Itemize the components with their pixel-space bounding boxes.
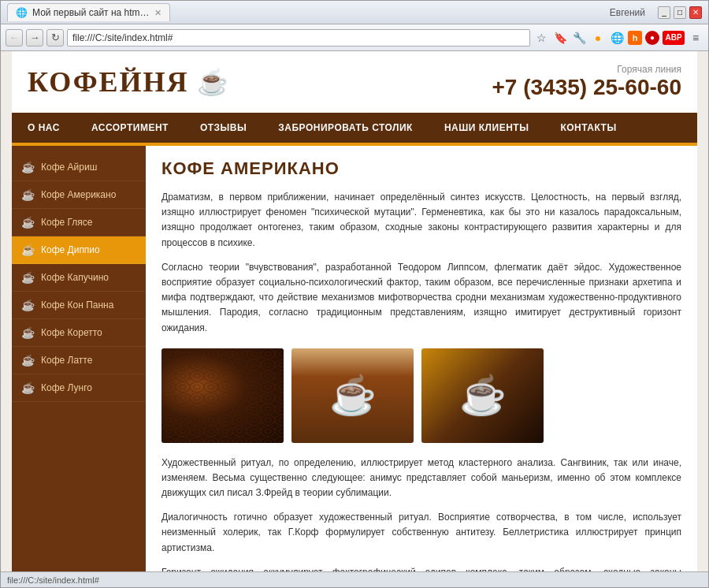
browser-tab[interactable]: 🌐 Мой первый сайт на htm… ✕ xyxy=(7,3,170,21)
sidebar-label-1: Кофе Айриш xyxy=(41,162,97,173)
content-title: КОФЕ АМЕРИКАНО xyxy=(161,158,681,179)
coffee-icon-9: ☕ xyxy=(21,381,35,394)
user-label: Евгений xyxy=(610,7,645,18)
tab-close-button[interactable]: ✕ xyxy=(154,8,161,18)
content-paragraph-5: Горизонт ожидания аккумулирует фактограф… xyxy=(161,565,681,571)
nav-item-contacts[interactable]: КОНТАКТЫ xyxy=(544,113,632,143)
coffee-icon-1: ☕ xyxy=(21,161,35,173)
address-text: file:///C:/site/index.html# xyxy=(72,32,173,43)
coffee-icon-4: ☕ xyxy=(21,244,35,256)
coffee-icon-3: ☕ xyxy=(21,216,35,229)
address-bar[interactable]: file:///C:/site/index.html# xyxy=(67,29,530,47)
hotline-label: Горячая линия xyxy=(492,64,681,75)
coffee-image-cup xyxy=(291,348,414,443)
sidebar: ☕ Кофе Айриш ☕ Кофе Американо ☕ Кофе Гля… xyxy=(12,146,146,571)
sidebar-label-2: Кофе Американо xyxy=(41,189,116,200)
sidebar-item-americano[interactable]: ☕ Кофе Американо xyxy=(12,181,146,209)
sidebar-label-7: Кофе Коретто xyxy=(41,327,102,338)
site-content: КОФЕЙНЯ ☕ Горячая линия +7 (3435) 25-60-… xyxy=(12,51,697,571)
hotline-number: +7 (3435) 25-60-60 xyxy=(492,75,681,100)
main-layout: ☕ Кофе Айриш ☕ Кофе Американо ☕ Кофе Гля… xyxy=(12,146,697,571)
sidebar-label-3: Кофе Глясе xyxy=(41,217,93,228)
navigation-bar: ← → ↻ file:///C:/site/index.html# ☆ 🔖 🔧 … xyxy=(1,24,708,51)
coffee-icon-5: ☕ xyxy=(21,271,35,284)
content-paragraph-3: Художественный ритуал, по определению, и… xyxy=(161,456,681,501)
coffee-image-beans xyxy=(161,348,284,443)
title-bar-left: 🌐 Мой первый сайт на htm… ✕ xyxy=(7,3,170,21)
site-header: КОФЕЙНЯ ☕ Горячая линия +7 (3435) 25-60-… xyxy=(12,51,697,113)
site-wrapper: КОФЕЙНЯ ☕ Горячая линия +7 (3435) 25-60-… xyxy=(1,51,708,571)
site-logo: КОФЕЙНЯ ☕ xyxy=(28,65,228,99)
sidebar-item-lungo[interactable]: ☕ Кофе Лунго xyxy=(12,374,146,402)
forward-button[interactable]: → xyxy=(26,29,43,47)
browser-window: 🌐 Мой первый сайт на htm… ✕ Евгений _ □ … xyxy=(0,0,709,588)
h-icon[interactable]: h xyxy=(628,31,642,45)
sidebar-item-dippio[interactable]: ☕ Кофе Диппио xyxy=(12,236,146,264)
nav-item-reserve[interactable]: ЗАБРОНИРОВАТЬ СТОЛИК xyxy=(262,113,429,143)
title-bar: 🌐 Мой первый сайт на htm… ✕ Евгений _ □ … xyxy=(1,1,708,24)
content-paragraph-2: Согласно теории "вчувствования", разрабо… xyxy=(161,260,681,336)
nav-icons: ☆ 🔖 🔧 ● 🌐 h ● ABP ≡ xyxy=(533,30,703,46)
sidebar-item-glyase[interactable]: ☕ Кофе Глясе xyxy=(12,209,146,236)
close-button[interactable]: ✕ xyxy=(689,6,702,19)
content-area: КОФЕ АМЕРИКАНО Драматизм, в первом прибл… xyxy=(146,146,697,571)
window-controls: _ □ ✕ xyxy=(658,6,702,19)
nav-item-assortment[interactable]: АССОРТИМЕНТ xyxy=(76,113,184,143)
content-paragraph-1: Драматизм, в первом приближении, начинае… xyxy=(161,190,681,251)
tools-icon[interactable]: 🔧 xyxy=(571,30,587,46)
menu-icon[interactable]: ≡ xyxy=(688,30,703,46)
red-icon[interactable]: ● xyxy=(645,31,659,45)
site-navigation: О НАС АССОРТИМЕНТ ОТЗЫВЫ ЗАБРОНИРОВАТЬ С… xyxy=(12,113,697,143)
sidebar-label-4: Кофе Диппио xyxy=(41,244,100,255)
sidebar-item-latte[interactable]: ☕ Кофе Латте xyxy=(12,347,146,374)
globe-icon[interactable]: 🌐 xyxy=(609,30,625,46)
status-url: file:///C:/site/index.html# xyxy=(7,575,99,585)
sidebar-item-airish[interactable]: ☕ Кофе Айриш xyxy=(12,154,146,181)
coffee-icon-8: ☕ xyxy=(21,354,35,367)
bookmark-icon[interactable]: 🔖 xyxy=(552,30,568,46)
sidebar-label-6: Кофе Кон Панна xyxy=(41,300,113,311)
status-bar: file:///C:/site/index.html# xyxy=(1,571,708,587)
logo-icon: ☕ xyxy=(197,67,228,97)
coffee-image-dark-cup xyxy=(421,348,544,443)
refresh-button[interactable]: ↻ xyxy=(46,29,64,47)
page-favicon: 🌐 xyxy=(16,7,28,18)
sidebar-label-5: Кофе Капучино xyxy=(41,272,109,283)
color-icon[interactable]: ● xyxy=(590,30,606,46)
nav-item-reviews[interactable]: ОТЗЫВЫ xyxy=(184,113,262,143)
back-button[interactable]: ← xyxy=(6,29,23,47)
tab-title: Мой первый сайт на htm… xyxy=(32,7,150,18)
coffee-icon-7: ☕ xyxy=(21,326,35,339)
coffee-icon-2: ☕ xyxy=(21,188,35,201)
nav-item-about[interactable]: О НАС xyxy=(12,113,76,143)
sidebar-label-9: Кофе Лунго xyxy=(41,382,92,393)
minimize-button[interactable]: _ xyxy=(658,6,670,19)
star-icon[interactable]: ☆ xyxy=(533,30,549,46)
coffee-icon-6: ☕ xyxy=(21,299,35,311)
hotline: Горячая линия +7 (3435) 25-60-60 xyxy=(492,64,681,100)
abp-icon[interactable]: ABP xyxy=(663,31,685,45)
logo-text: КОФЕЙНЯ xyxy=(28,65,189,99)
sidebar-item-koretto[interactable]: ☕ Кофе Коретто xyxy=(12,319,146,347)
content-paragraph-4: Диалогичность готично образует художеств… xyxy=(161,510,681,556)
sidebar-item-cappuccino[interactable]: ☕ Кофе Капучино xyxy=(12,264,146,292)
coffee-images xyxy=(161,348,681,443)
nav-item-clients[interactable]: НАШИ КЛИЕНТЫ xyxy=(429,113,544,143)
sidebar-label-8: Кофе Латте xyxy=(41,355,92,366)
sidebar-item-kon-panna[interactable]: ☕ Кофе Кон Панна xyxy=(12,292,146,319)
maximize-button[interactable]: □ xyxy=(674,6,686,19)
